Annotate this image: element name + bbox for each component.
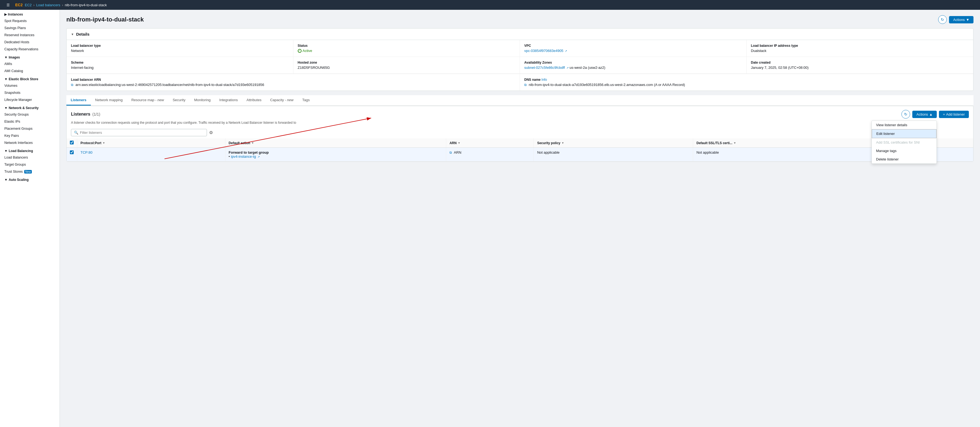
- status-active: Active: [298, 49, 515, 53]
- breadcrumb-ec2[interactable]: EC2: [25, 3, 32, 7]
- table-row: TCP:80 Forward to target group • ipv4-in…: [67, 148, 973, 162]
- sidebar-item-trust-stores[interactable]: Trust Stores New: [0, 168, 60, 175]
- plus-icon: +: [943, 112, 945, 116]
- subnet-link[interactable]: subnet-027c5fe86c9fcbdff ↗: [524, 65, 569, 70]
- sidebar-item-target-groups[interactable]: Target Groups: [0, 161, 60, 168]
- sidebar-item-elastic-ips[interactable]: Elastic IPs: [0, 118, 60, 125]
- details-card: ▼ Details Load balancer type Network Sta…: [66, 28, 974, 91]
- tab-attributes[interactable]: Attributes: [242, 95, 266, 105]
- add-listener-button[interactable]: + Add listener: [939, 111, 969, 118]
- details-cell-date-created: Date created January 7, 2025, 02:58 (UTC…: [747, 57, 974, 73]
- chevron-up-icon: ▲: [929, 112, 933, 116]
- sidebar-section-load-balancing[interactable]: ▼ Load Balancing: [0, 146, 60, 154]
- th-protocol-port: Protocol:Port ▼: [77, 139, 226, 148]
- breadcrumb-load-balancers[interactable]: Load balancers: [36, 3, 60, 7]
- hamburger-menu[interactable]: ☰: [4, 1, 12, 9]
- search-box: 🔍: [71, 129, 207, 136]
- chevron-down-icon: ▼: [966, 18, 969, 22]
- tab-resource-map[interactable]: Resource map - new: [127, 95, 168, 105]
- copy-dns-icon[interactable]: ⧉: [524, 83, 527, 87]
- td-checkbox: [67, 148, 77, 162]
- protocol-port-link[interactable]: TCP:80: [81, 150, 92, 155]
- column-settings-icon[interactable]: ⚙: [209, 130, 213, 135]
- sidebar-item-reserved-instances[interactable]: Reserved Instances: [0, 32, 60, 38]
- arrow-icon: ▶: [4, 13, 7, 16]
- sidebar-section-auto-scaling[interactable]: ▼ Auto Scaling: [0, 175, 60, 183]
- sidebar-item-amis[interactable]: AMIs: [0, 61, 60, 67]
- listeners-refresh-button[interactable]: ↻: [901, 110, 910, 119]
- listeners-description: A listener checks for connection request…: [67, 121, 973, 127]
- dropdown-delete-listener[interactable]: Delete listener: [872, 155, 937, 164]
- sidebar-item-load-balancers[interactable]: Load Balancers: [0, 154, 60, 161]
- copy-arn-icon[interactable]: ⧉: [71, 83, 73, 87]
- tab-capacity[interactable]: Capacity - new: [266, 95, 298, 105]
- listeners-table-wrapper: Protocol:Port ▼ Default action ▼: [67, 139, 973, 162]
- sidebar-item-capacity-reservations[interactable]: Capacity Reservations: [0, 46, 60, 53]
- sidebar-section-instances[interactable]: ▶ Instances: [0, 10, 60, 18]
- select-all-checkbox[interactable]: [70, 140, 74, 144]
- sidebar-item-security-groups[interactable]: Security Groups: [0, 111, 60, 118]
- details-card-title: Details: [76, 32, 89, 37]
- details-row-3: Load balancer ARN ⧉ arn:aws:elasticloadb…: [67, 74, 973, 91]
- sidebar-item-network-interfaces[interactable]: Network Interfaces: [0, 139, 60, 146]
- tab-integrations[interactable]: Integrations: [215, 95, 242, 105]
- sidebar-item-dedicated-hosts[interactable]: Dedicated Hosts: [0, 38, 60, 46]
- actions-button[interactable]: Actions ▼: [949, 16, 974, 23]
- dropdown-view-listener-details[interactable]: View listener details: [872, 121, 937, 129]
- details-cell-az: Availability Zones subnet-027c5fe86c9fcb…: [520, 57, 747, 73]
- tab-tags[interactable]: Tags: [298, 95, 314, 105]
- copy-arn-row-icon[interactable]: ⧉: [450, 151, 452, 155]
- sidebar-item-lifecycle-manager[interactable]: Lifecycle Manager: [0, 96, 60, 104]
- tab-network-mapping[interactable]: Network mapping: [91, 95, 127, 105]
- top-bar: ☰ EC2 EC2 › Load balancers › nlb-from-ip…: [0, 0, 980, 10]
- sidebar: ▶ Instances Spot Requests Savings Plans …: [0, 10, 60, 427]
- details-cell-scheme: Scheme Internet-facing: [67, 57, 293, 73]
- tab-monitoring[interactable]: Monitoring: [190, 95, 215, 105]
- tab-security[interactable]: Security: [168, 95, 190, 105]
- details-cell-status: Status Active: [293, 40, 520, 57]
- listeners-actions-button[interactable]: Actions ▲: [912, 111, 937, 118]
- brand-label[interactable]: EC2: [15, 3, 22, 7]
- dropdown-add-ssl[interactable]: Add SSL certificates for SNI: [872, 138, 937, 147]
- dropdown-edit-listener[interactable]: Edit listener: [872, 129, 937, 138]
- details-cell-lb-type: Load balancer type Network: [67, 40, 293, 57]
- sidebar-item-volumes[interactable]: Volumes: [0, 82, 60, 89]
- td-default-action: Forward to target group • ipv4-instance-…: [225, 148, 446, 162]
- sidebar-item-placement-groups[interactable]: Placement Groups: [0, 125, 60, 132]
- dns-info-link[interactable]: Info: [541, 78, 547, 81]
- refresh-button[interactable]: ↻: [938, 15, 947, 24]
- details-card-header[interactable]: ▼ Details: [67, 29, 973, 40]
- listeners-title: Listeners: [71, 112, 90, 116]
- sidebar-section-network-security[interactable]: ▼ Network & Security: [0, 104, 60, 111]
- th-default-action: Default action ▼: [225, 139, 446, 148]
- arrow-icon: ▼: [4, 178, 8, 182]
- sort-icon: ▼: [102, 142, 105, 144]
- page-title: nlb-from-ipv4-to-dual-stack: [66, 16, 144, 23]
- sidebar-item-snapshots[interactable]: Snapshots: [0, 89, 60, 96]
- tabs-bar: Listeners Network mapping Resource map -…: [66, 95, 974, 106]
- arrow-icon: ▼: [4, 106, 8, 110]
- dropdown-manage-tags[interactable]: Manage tags: [872, 147, 937, 155]
- row-checkbox[interactable]: [70, 150, 74, 154]
- listeners-table: Protocol:Port ▼ Default action ▼: [67, 139, 973, 162]
- main-content: nlb-from-ipv4-to-dual-stack ↻ Actions ▼ …: [60, 10, 980, 427]
- arrow-icon: ▼: [4, 77, 8, 81]
- sidebar-section-images[interactable]: ▼ Images: [0, 53, 60, 61]
- sidebar-item-spot-requests[interactable]: Spot Requests: [0, 18, 60, 24]
- th-security-policy: Security policy ▼: [534, 139, 693, 148]
- listeners-actions-dropdown-wrapper: Actions ▲ View listener details Edit lis…: [912, 111, 937, 118]
- status-icon: [298, 49, 302, 53]
- target-group-link[interactable]: ipv4-instance-tg ↗: [231, 155, 259, 159]
- search-input[interactable]: [80, 131, 204, 135]
- tab-listeners[interactable]: Listeners: [66, 95, 91, 105]
- sidebar-section-ebs[interactable]: ▼ Elastic Block Store: [0, 75, 60, 82]
- page-header: nlb-from-ipv4-to-dual-stack ↻ Actions ▼: [66, 15, 974, 24]
- sort-icon: ▼: [562, 142, 564, 144]
- sidebar-item-savings-plans[interactable]: Savings Plans: [0, 24, 60, 32]
- sidebar-item-key-pairs[interactable]: Key Pairs: [0, 132, 60, 139]
- th-checkbox: [67, 139, 77, 148]
- sidebar-item-ami-catalog[interactable]: AMI Catalog: [0, 67, 60, 75]
- vpc-link[interactable]: vpc-03854f970683e4905 ↗: [524, 49, 567, 53]
- hamburger-icon: ☰: [6, 3, 10, 7]
- th-arn: ARN ▼: [446, 139, 534, 148]
